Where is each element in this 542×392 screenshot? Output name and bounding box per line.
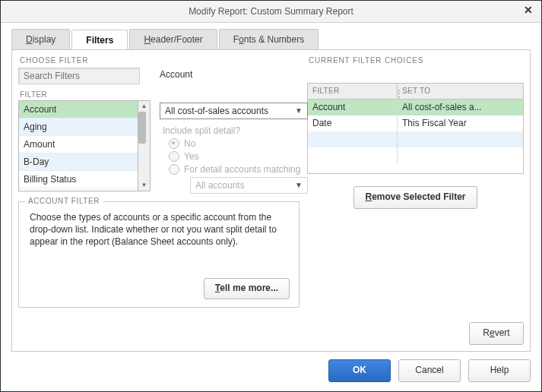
- close-icon[interactable]: ✕: [521, 4, 535, 17]
- right-column: CURRENT FILTER CHOICES FILTER ⋮SET TO Ac…: [307, 56, 524, 345]
- column-drag-icon[interactable]: ⋮: [395, 86, 402, 101]
- remove-selected-filter-button[interactable]: Remove Selected Filter: [353, 186, 477, 209]
- tab-display[interactable]: Display: [11, 29, 70, 49]
- col-header-setto: ⋮SET TO: [398, 84, 523, 99]
- cancel-button[interactable]: Cancel: [398, 359, 461, 382]
- tab-fonts-numbers[interactable]: Fonts & Numbers: [219, 29, 319, 49]
- scroll-thumb[interactable]: [138, 112, 146, 144]
- scroll-up-icon[interactable]: ▲: [138, 101, 150, 112]
- filter-list[interactable]: Account Aging Amount B-Day Billing Statu…: [18, 100, 138, 191]
- radio-matching: For detail accounts matching: [169, 164, 308, 175]
- account-filter-box: ACCOUNT FILTER Choose the types of accou…: [18, 201, 300, 308]
- tab-content: CHOOSE FILTER FILTER Account Aging Amoun…: [11, 49, 531, 352]
- titlebar: Modify Report: Custom Summary Report ✕: [1, 1, 541, 23]
- radio-no: No: [169, 138, 308, 149]
- radio-yes: Yes: [169, 151, 308, 162]
- help-button[interactable]: Help: [468, 359, 531, 382]
- scroll-down-icon[interactable]: ▼: [138, 180, 150, 191]
- filter-item-bday[interactable]: B-Day: [19, 153, 138, 171]
- tab-filters[interactable]: Filters: [71, 30, 128, 50]
- col-header-filter: FILTER: [308, 84, 398, 99]
- window-title: Modify Report: Custom Summary Report: [189, 6, 353, 17]
- chevron-down-icon: ▼: [293, 181, 304, 191]
- filter-list-header: FILTER: [20, 90, 151, 99]
- matching-accounts-combo: All accounts ▼: [190, 177, 308, 194]
- table-row[interactable]: [308, 131, 523, 147]
- ok-button[interactable]: OK: [328, 359, 391, 382]
- filter-list-scrollbar[interactable]: ▲ ▼: [138, 100, 151, 191]
- filter-item-billing-status[interactable]: Billing Status: [19, 171, 138, 188]
- revert-button[interactable]: Revert: [469, 322, 524, 345]
- split-detail-label: Include split detail?: [163, 125, 308, 136]
- tab-display-u: D: [26, 34, 33, 45]
- radio-icon: [169, 151, 179, 162]
- choose-filter-label: CHOOSE FILTER: [18, 56, 300, 65]
- account-filter-text: Choose the types of accounts or a specif…: [30, 211, 288, 248]
- table-row[interactable]: Account All cost-of-sales a...: [308, 100, 523, 115]
- current-filter-table: FILTER ⋮SET TO Account All cost-of-sales…: [307, 83, 524, 174]
- tab-strip: Display Filters Header/Footer Fonts & Nu…: [1, 23, 541, 49]
- tab-header-footer[interactable]: Header/Footer: [129, 29, 217, 49]
- chevron-down-icon: ▼: [293, 106, 304, 117]
- dialog-buttons: OK Cancel Help: [328, 359, 531, 382]
- filter-item-amount[interactable]: Amount: [19, 136, 138, 153]
- filter-item-aging[interactable]: Aging: [19, 119, 138, 136]
- radio-icon: [169, 164, 179, 175]
- radio-icon: [169, 138, 179, 149]
- current-filter-label: CURRENT FILTER CHOICES: [307, 56, 524, 65]
- tell-me-more-button[interactable]: Tell me more...: [204, 278, 290, 299]
- filter-item-account[interactable]: Account: [19, 101, 138, 119]
- account-combo[interactable]: All cost-of-sales accounts ▼: [160, 103, 308, 119]
- table-row[interactable]: [308, 147, 523, 163]
- modify-report-window: Modify Report: Custom Summary Report ✕ D…: [0, 0, 542, 392]
- search-filters-input[interactable]: [18, 68, 140, 84]
- account-filter-legend: ACCOUNT FILTER: [25, 197, 103, 205]
- detail-title: Account: [160, 69, 308, 80]
- filter-detail: Account All cost-of-sales accounts ▼ Inc…: [157, 68, 308, 194]
- left-column: CHOOSE FILTER FILTER Account Aging Amoun…: [18, 56, 300, 345]
- table-row[interactable]: Date This Fiscal Year: [308, 115, 523, 131]
